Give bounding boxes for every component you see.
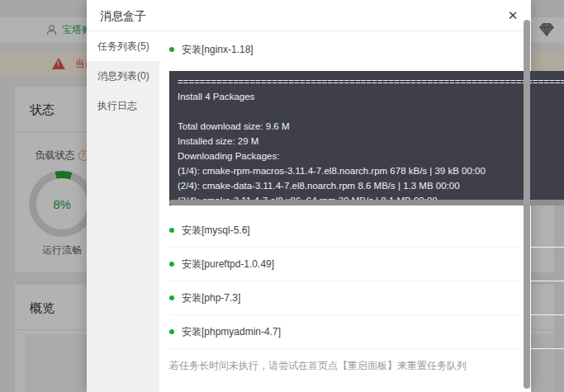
task-row: 安装[mysql-5.6] 等待 | 删除 (169, 214, 564, 248)
task-status-dot (169, 262, 174, 267)
console-line: Install 4 Packages (178, 89, 564, 104)
close-icon[interactable]: ✕ (505, 7, 521, 24)
message-box-modal: 消息盒子 ✕ 任务列表(5) 消息列表(0) 执行日志 安装[nginx-1.1… (87, 0, 531, 392)
modal-vertical-scrollbar[interactable] (524, 20, 530, 389)
task-name: 安装[php-7.3] (182, 291, 240, 305)
console-horizontal-scrollbar-track[interactable] (169, 200, 564, 205)
console-line: (2/4): cmake-data-3.11.4-7.el8.noarch.rp… (178, 178, 564, 193)
tab-task-list[interactable]: 任务列表(5) (87, 31, 159, 61)
console-line: Downloading Packages: (178, 149, 564, 163)
task-row: 安装[php-7.3] 等待 | 删除 (169, 281, 564, 315)
modal-sidebar: 任务列表(5) 消息列表(0) 执行日志 (87, 31, 159, 392)
task-status-dot (169, 47, 174, 52)
console-line: Installed size: 29 M (178, 134, 564, 149)
console-line: Total download size: 9.6 M (178, 119, 564, 134)
task-status-dot (169, 295, 174, 300)
install-console: ========================================… (169, 71, 564, 205)
task-name: 安装[phpmyadmin-4.7] (182, 325, 281, 339)
console-line: (1/4): cmake-rpm-macros-3.11.4-7.el8.noa… (178, 163, 564, 178)
console-horizontal-scrollbar[interactable] (169, 200, 564, 205)
task-name: 安装[nginx-1.18] (182, 43, 254, 57)
task-status-dot (169, 228, 174, 233)
task-status-dot (169, 329, 174, 334)
console-line: ========================================… (178, 74, 564, 89)
task-row: 安装[phpmyadmin-4.7] 等待 | 删除 (169, 315, 564, 349)
task-list-panel: 安装[nginx-1.18] 正在安装 ···· | 关闭 ==========… (159, 31, 564, 392)
task-name: 安装[pureftpd-1.0.49] (182, 257, 274, 272)
task-name: 安装[mysql-5.6] (182, 224, 250, 238)
console-line (178, 104, 564, 119)
modal-title: 消息盒子 (87, 0, 531, 31)
task-row: 安装[pureftpd-1.0.49] 等待 | 删除 (169, 248, 564, 281)
task-row: 安装[nginx-1.18] 正在安装 ···· | 关闭 (169, 31, 564, 68)
task-queue-hint: 若任务长时间未执行，请尝试在首页点【重启面板】来重置任务队列 (169, 359, 564, 373)
tab-message-list[interactable]: 消息列表(0) (87, 61, 159, 91)
tab-exec-log[interactable]: 执行日志 (87, 91, 159, 120)
